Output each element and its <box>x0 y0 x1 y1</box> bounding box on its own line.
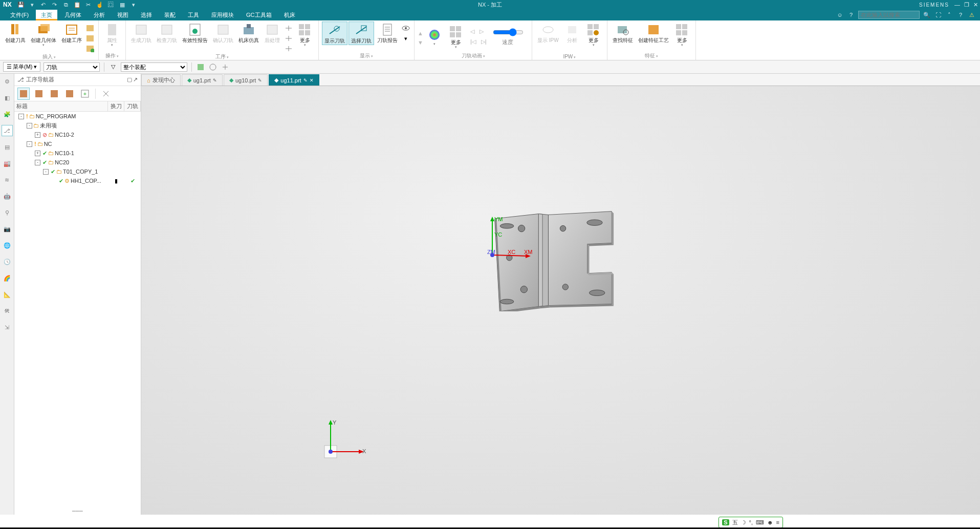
gear-icon[interactable]: ⚙ <box>2 76 13 87</box>
nav-view-method[interactable] <box>63 88 76 100</box>
probe-icon[interactable]: ⚲ <box>2 207 13 218</box>
expand-toggle[interactable]: + <box>35 151 40 156</box>
op-s1[interactable] <box>284 24 294 33</box>
find-feature-button[interactable]: 查找特征 <box>611 22 635 44</box>
camera-icon[interactable]: 📷 <box>2 223 13 235</box>
create-tool-button[interactable]: 创建刀具 <box>3 22 28 44</box>
nav-view-machine[interactable] <box>33 88 45 100</box>
document-tab[interactable]: ◆ug1.prt✎ <box>182 74 223 86</box>
layout-icon[interactable]: ▦ <box>118 1 126 9</box>
machine-icon[interactable]: 🏭 <box>2 158 13 169</box>
sheet-icon[interactable]: ▤ <box>2 141 13 153</box>
confirm-path-button[interactable]: 确认刀轨 <box>211 22 235 44</box>
undo-icon[interactable]: ↶ <box>39 1 48 9</box>
tree-row[interactable]: +✔🗀NC10-1 <box>14 149 141 158</box>
create-operation-button[interactable]: 创建工序 <box>59 22 84 44</box>
insert-small2[interactable] <box>85 34 95 43</box>
menu-machine[interactable]: 机床 <box>279 10 300 20</box>
ime-bar[interactable]: S 五 ☽ °, ⌨ ☻ ≡ <box>718 517 783 528</box>
qat-drop-icon[interactable]: ▾ <box>129 1 138 9</box>
menu-assembly[interactable]: 装配 <box>159 10 181 20</box>
more-anim-button[interactable]: 更多▾ <box>446 24 466 50</box>
collapse-ribbon-icon[interactable]: ˄ <box>945 11 953 19</box>
op-s3[interactable] <box>284 44 294 53</box>
check-path-button[interactable]: 检查刀轨 <box>155 22 179 44</box>
copy-icon[interactable]: ⧉ <box>62 1 70 9</box>
histogram-icon[interactable]: 🌈 <box>2 272 13 284</box>
expand-toggle[interactable]: - <box>27 123 32 129</box>
save-icon[interactable]: 💾 <box>17 1 25 9</box>
analyze-button[interactable]: 分析 <box>562 22 582 44</box>
toolbox-icon[interactable]: 🛠 <box>2 305 13 316</box>
ribbon-group-label[interactable]: 插入 <box>3 53 95 61</box>
operation-navigator-icon[interactable]: ⎇ <box>2 125 13 136</box>
document-tab[interactable]: ◆ug10.prt✎ <box>224 74 268 86</box>
menu-view[interactable]: 视图 <box>112 10 134 20</box>
expand-toggle[interactable]: - <box>27 141 32 147</box>
command-search-input[interactable] <box>858 11 920 19</box>
nav-view-program[interactable] <box>17 88 30 100</box>
redo-icon[interactable]: ↷ <box>51 1 59 9</box>
close-button[interactable]: ✕ <box>973 2 978 8</box>
ime-menu-icon[interactable]: ≡ <box>776 519 779 525</box>
world-icon[interactable]: 🌐 <box>2 240 13 251</box>
menu-select[interactable]: 选择 <box>136 10 157 20</box>
help-icon[interactable]: ? <box>847 11 855 19</box>
insert-small1[interactable] <box>85 24 95 33</box>
op-s2[interactable] <box>284 34 294 43</box>
anim-color-button[interactable]: ▾ <box>424 27 445 47</box>
speed-slider[interactable] <box>493 28 524 36</box>
postprocess-button[interactable]: 后处理 <box>262 22 282 44</box>
export-icon[interactable]: ⇲ <box>2 322 13 333</box>
ribbon-group-label[interactable]: 刀轨动画 <box>418 52 529 60</box>
effectiveness-report-button[interactable]: 有效性报告 <box>180 22 210 44</box>
show-ipw-button[interactable]: 显示 IPW <box>535 22 561 44</box>
nav-col-path[interactable]: 刀轨 <box>124 101 141 111</box>
part-nav-icon[interactable]: 🧩 <box>2 109 13 120</box>
face-icon[interactable]: ☻ <box>767 519 773 525</box>
skip-fwd-icon[interactable]: ▷| <box>481 38 487 46</box>
minimize-button[interactable]: — <box>954 2 960 8</box>
comma-icon[interactable]: °, <box>749 519 753 525</box>
ribbon-group-label[interactable]: 工序 <box>129 53 315 61</box>
anim-down-icon[interactable]: ▼ <box>418 39 423 46</box>
robot-icon[interactable]: 🤖 <box>2 191 13 202</box>
view-triad[interactable]: Y X <box>320 417 372 469</box>
menu-analysis[interactable]: 分析 <box>89 10 110 20</box>
work-csys[interactable]: YM YC XC XM ZM <box>487 214 538 265</box>
help2-icon[interactable]: ? <box>956 11 965 19</box>
tree-row[interactable]: ✔⚙HH1_COP...▮✔ <box>14 176 141 185</box>
machine-sim-button[interactable]: 机床仿真 <box>236 22 261 44</box>
properties-button[interactable]: 属性▾ <box>102 22 122 48</box>
wire-icon[interactable]: ≋ <box>2 174 13 185</box>
show-path-button[interactable]: 显示刀轨 <box>322 22 347 45</box>
window-icon[interactable]: ⿴ <box>107 1 115 9</box>
expand-toggle[interactable]: - <box>35 160 40 165</box>
document-tab[interactable]: ⌂发现中心 <box>141 74 181 86</box>
ribbon-group-label[interactable]: 显示 <box>322 52 411 60</box>
more-feature-button[interactable]: 更多▾ <box>672 22 692 48</box>
create-geometry-button[interactable]: 创建几何体▾ <box>29 22 58 48</box>
dimension-icon[interactable]: 📐 <box>2 289 13 300</box>
selbar-btn2[interactable] <box>208 62 217 72</box>
selection-filter-1[interactable]: 刀轨 <box>43 62 100 72</box>
fullscreen-icon[interactable]: ⛶ <box>934 11 942 19</box>
ribbon-group-label[interactable]: 操作 <box>102 52 122 60</box>
tree-row[interactable]: +⊘🗀NC10-2 <box>14 130 141 139</box>
maximize-button[interactable]: ❐ <box>964 2 969 8</box>
expand-toggle[interactable]: - <box>43 169 49 175</box>
selbar-btn3[interactable] <box>221 62 230 72</box>
tree-row[interactable]: -✔🗀T01_COPY_1 <box>14 167 141 176</box>
nav-popout-icon[interactable]: ↗ <box>133 76 138 83</box>
ime-mode-text[interactable]: 五 <box>732 519 738 526</box>
selection-scope[interactable]: 整个装配 <box>121 62 187 72</box>
cube-icon[interactable]: ◧ <box>2 92 13 103</box>
play-rev-icon[interactable]: ◁ <box>470 28 474 36</box>
keyboard-icon[interactable]: ⌨ <box>756 519 764 526</box>
nav-maximize-icon[interactable]: ▢ <box>127 76 132 83</box>
insert-small3[interactable] <box>85 44 95 53</box>
menu-file[interactable]: 文件(F) <box>5 10 34 20</box>
nav-col-toolchange[interactable]: 换刀 <box>108 101 124 111</box>
nav-view-geometry[interactable] <box>48 88 60 100</box>
ime-logo[interactable]: S <box>722 519 729 525</box>
